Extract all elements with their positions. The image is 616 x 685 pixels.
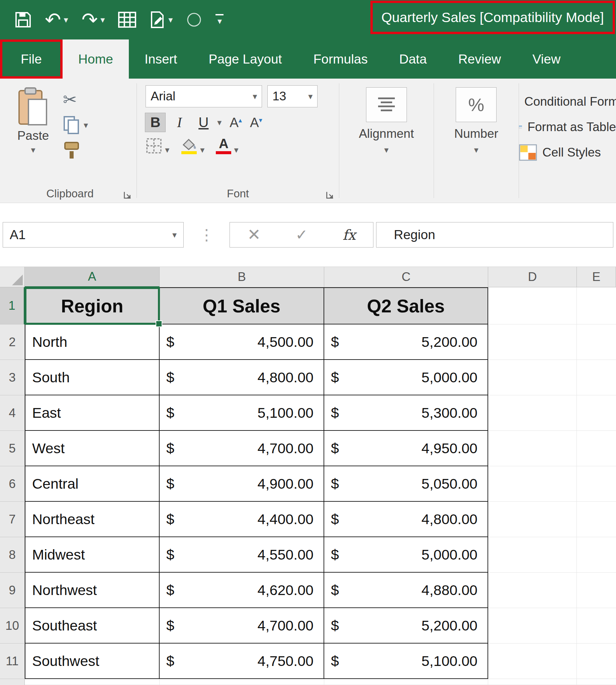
customize-qat-button[interactable]: ▾ (216, 14, 223, 25)
formula-input[interactable]: Region (376, 222, 613, 248)
sheet-cell[interactable] (488, 324, 577, 360)
chevron-down-icon[interactable]: ▾ (168, 15, 173, 24)
sheet-cell[interactable]: South (25, 360, 160, 395)
format-painter-button[interactable] (63, 140, 88, 161)
row-header[interactable]: 11 (0, 643, 25, 679)
sheet-cell[interactable] (488, 287, 577, 324)
table-grid-button[interactable] (118, 12, 136, 28)
sheet-cell[interactable]: $4,620.00 (160, 573, 324, 608)
tab-data[interactable]: Data (383, 40, 442, 78)
chevron-down-icon[interactable]: ▾ (31, 145, 35, 154)
save-button[interactable] (15, 12, 31, 28)
sheet-cell[interactable] (324, 679, 488, 685)
sheet-cell[interactable] (577, 643, 616, 679)
row-header[interactable]: 6 (0, 466, 25, 502)
sheet-cell[interactable] (160, 679, 324, 685)
chevron-down-icon[interactable]: ▾ (64, 15, 68, 24)
chevron-down-icon[interactable]: ▾ (384, 145, 389, 154)
sheet-cell[interactable]: $5,050.00 (324, 466, 488, 502)
chevron-down-icon[interactable]: ▾ (200, 145, 204, 154)
sheet-cell[interactable]: Central (25, 466, 160, 502)
borders-button[interactable]: ▾ (146, 137, 169, 154)
insert-function-icon[interactable]: fx (343, 227, 356, 243)
sheet-cell[interactable] (577, 608, 616, 643)
select-all-corner[interactable] (0, 267, 25, 287)
grow-font-button[interactable]: A▴ (229, 115, 242, 130)
enter-icon[interactable]: ✓ (295, 227, 308, 242)
column-header-c[interactable]: C (324, 267, 488, 287)
sheet-cell[interactable]: Midwest (25, 537, 160, 573)
chevron-down-icon[interactable]: ▾ (474, 145, 479, 154)
sheet-cell[interactable]: $4,800.00 (324, 502, 488, 537)
sheet-cell[interactable]: $4,550.00 (160, 537, 324, 573)
sheet-cell[interactable] (577, 679, 616, 685)
bold-button[interactable]: B (145, 113, 166, 132)
sheet-cell[interactable]: Q1 Sales (160, 287, 324, 324)
underline-button[interactable]: U (193, 113, 214, 132)
format-as-table-button[interactable]: Format as Table (519, 119, 616, 135)
chevron-down-icon[interactable]: ▾ (101, 15, 105, 24)
sheet-cell[interactable]: $4,950.00 (324, 431, 488, 466)
undo-button[interactable]: ↶ ▾ (45, 10, 68, 29)
conditional-formatting-button[interactable]: Conditional Formatting (519, 93, 616, 110)
row-header[interactable]: 1 (0, 287, 25, 324)
chevron-down-icon[interactable]: ▾ (217, 118, 221, 127)
column-header-e[interactable]: E (577, 267, 616, 287)
sheet-cell[interactable]: Southeast (25, 608, 160, 643)
sheet-cell[interactable]: $4,750.00 (160, 643, 324, 679)
edit-page-button[interactable]: ▾ (150, 12, 173, 28)
sheet-cell[interactable]: $5,200.00 (324, 324, 488, 360)
fill-color-button[interactable]: ▾ (181, 137, 204, 154)
copy-button[interactable]: ▾ (63, 115, 88, 135)
row-header[interactable]: 3 (0, 360, 25, 395)
cancel-icon[interactable]: ✕ (247, 227, 261, 243)
chevron-down-icon[interactable]: ▾ (252, 92, 257, 101)
row-header[interactable]: 4 (0, 395, 25, 431)
redo-button[interactable]: ↷ ▾ (82, 10, 105, 29)
column-header-d[interactable]: D (488, 267, 577, 287)
sheet-cell[interactable] (488, 537, 577, 573)
sheet-cell[interactable] (488, 395, 577, 431)
sheet-cell[interactable]: Northeast (25, 502, 160, 537)
cut-button[interactable]: ✂ (63, 89, 88, 110)
sheet-cell[interactable]: $5,200.00 (324, 608, 488, 643)
row-header[interactable]: 7 (0, 502, 25, 537)
sheet-cell[interactable] (25, 679, 160, 685)
sheet-cell[interactable]: Q2 Sales (324, 287, 488, 324)
tab-insert[interactable]: Insert (129, 40, 193, 78)
sheet-cell[interactable]: East (25, 395, 160, 431)
sheet-cell[interactable] (577, 466, 616, 502)
sheet-cell[interactable]: North (25, 324, 160, 360)
sheet-cell[interactable] (577, 324, 616, 360)
sheet-cell[interactable] (577, 431, 616, 466)
cell-styles-button[interactable]: Cell Styles (519, 144, 616, 161)
italic-button[interactable]: I (169, 113, 190, 132)
sheet-cell[interactable] (577, 395, 616, 431)
sheet-cell[interactable]: $4,700.00 (160, 608, 324, 643)
chevron-down-icon[interactable]: ▾ (172, 230, 177, 239)
font-name-select[interactable]: Arial ▾ (146, 85, 262, 107)
sheet-cell[interactable]: $5,000.00 (324, 360, 488, 395)
sheet-cell[interactable] (577, 360, 616, 395)
sheet-cell[interactable]: $4,900.00 (160, 466, 324, 502)
sheet-cell[interactable]: West (25, 431, 160, 466)
sheet-cell[interactable] (488, 573, 577, 608)
paste-button[interactable]: Paste ▾ (3, 85, 63, 161)
circle-button[interactable] (186, 12, 202, 28)
sheet-cell[interactable]: $5,300.00 (324, 395, 488, 431)
selected-cell-a1[interactable]: Region (25, 287, 160, 324)
row-header[interactable]: 10 (0, 608, 25, 643)
sheet-cell[interactable]: $4,880.00 (324, 573, 488, 608)
column-header-b[interactable]: B (160, 267, 324, 287)
sheet-cell[interactable]: Northwest (25, 573, 160, 608)
row-header[interactable]: 2 (0, 324, 25, 360)
sheet-cell[interactable]: $4,400.00 (160, 502, 324, 537)
shrink-font-button[interactable]: A▾ (250, 115, 262, 130)
alignment-button[interactable]: Alignment ▾ (359, 78, 414, 203)
number-button[interactable]: % Number ▾ (455, 78, 499, 203)
sheet-cell[interactable] (577, 537, 616, 573)
row-header[interactable]: 8 (0, 537, 25, 573)
sheet-cell[interactable] (488, 431, 577, 466)
chevron-down-icon[interactable]: ▾ (84, 121, 88, 130)
sheet-cell[interactable] (488, 679, 577, 685)
